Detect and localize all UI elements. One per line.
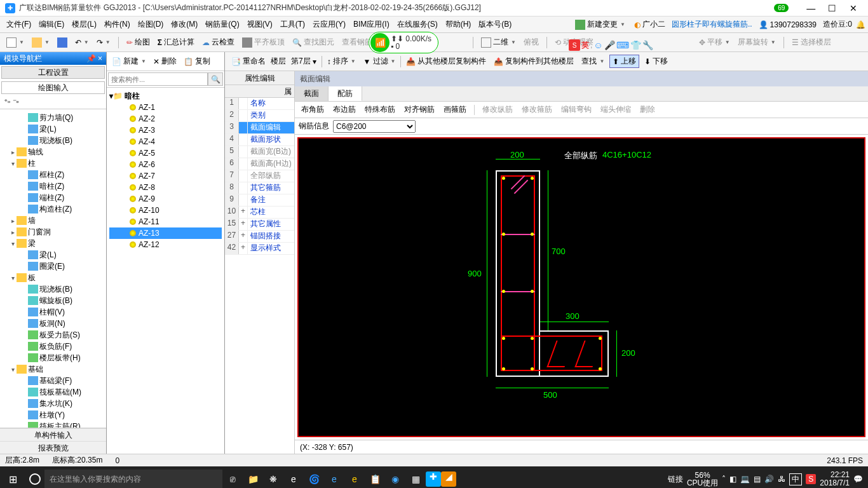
prop-row[interactable]: 15+其它属性 bbox=[225, 219, 294, 231]
menu-modify[interactable]: 修改(M) bbox=[167, 19, 201, 30]
menu-steel[interactable]: 钢筋量(Q) bbox=[201, 19, 243, 30]
menu-version[interactable]: 版本号(B) bbox=[475, 19, 515, 30]
ime-tool-icon[interactable]: 🔧 bbox=[642, 40, 653, 50]
taskbar-search[interactable]: 在这里输入你要搜索的内容 bbox=[44, 470, 222, 488]
maximize-button[interactable]: ☐ bbox=[823, 3, 842, 13]
comp-item[interactable]: AZ-9 bbox=[109, 193, 222, 205]
edge-icon[interactable]: e bbox=[283, 474, 304, 484]
prop-row[interactable]: 8其它箍筋 bbox=[225, 182, 294, 194]
tree-node[interactable]: 集水坑(K) bbox=[3, 398, 104, 409]
menu-cloud[interactable]: 云应用(Y) bbox=[309, 19, 349, 30]
folder-icon[interactable]: 📁 bbox=[243, 474, 263, 484]
bell-icon[interactable]: 🔔 bbox=[856, 20, 865, 29]
tray-sogou-icon[interactable]: S bbox=[806, 474, 816, 484]
ime-indicator[interactable]: S 英, ☺ 🎤 ⌨ 👕 🔧 bbox=[569, 39, 653, 51]
pan-button[interactable]: ✥平移▼ bbox=[696, 36, 733, 49]
comp-new-button[interactable]: 📄新建▼ bbox=[109, 55, 149, 68]
component-tree[interactable]: ▾ 📁 暗柱AZ-1AZ-2AZ-3AZ-4AZ-5AZ-6AZ-7AZ-8AZ… bbox=[107, 88, 224, 454]
comp-item[interactable]: AZ-11 bbox=[109, 216, 222, 227]
tree-node[interactable]: 板受力筋(S) bbox=[3, 329, 104, 341]
tree-node[interactable]: 板洞(N) bbox=[3, 318, 104, 329]
prop-row[interactable]: 3截面编辑 bbox=[225, 122, 294, 134]
uid-label[interactable]: 👤13907298339 bbox=[756, 19, 819, 30]
tree-node[interactable]: 筏板主筋(R) bbox=[3, 421, 104, 428]
draw-button[interactable]: ✏绘图 bbox=[124, 36, 153, 49]
tray-i2[interactable]: 💻 bbox=[740, 475, 750, 484]
comp-item[interactable]: AZ-3 bbox=[109, 125, 222, 136]
prop-row[interactable]: 6截面高(H边) bbox=[225, 158, 294, 170]
prop-row[interactable]: 2类别 bbox=[225, 110, 294, 122]
prop-row[interactable]: 9备注 bbox=[225, 194, 294, 207]
comp-item[interactable]: AZ-5 bbox=[109, 147, 222, 159]
tab-rebar[interactable]: 配筋 bbox=[329, 86, 362, 101]
tree-node[interactable]: 圈梁(E) bbox=[3, 261, 104, 272]
nav-tree[interactable]: 剪力墙(Q)梁(L)现浇板(B)▸轴线▾柱框柱(Z)暗柱(Z)端柱(Z)构造柱(… bbox=[0, 109, 106, 428]
tree-node[interactable]: 梁(L) bbox=[3, 249, 104, 261]
tree-node[interactable]: 暗柱(Z) bbox=[3, 180, 104, 192]
tree-node[interactable]: 现浇板(B) bbox=[3, 135, 104, 146]
comp-item[interactable]: AZ-10 bbox=[109, 205, 222, 216]
section-canvas[interactable]: 200 700 900 300 200 500 全部纵筋 4C16+10C12 bbox=[297, 137, 865, 437]
tray-net-icon[interactable]: 🖧 bbox=[778, 475, 785, 484]
tree-node[interactable]: ▸轴线 bbox=[3, 146, 104, 158]
rebar-tool-6[interactable]: 修改箍筋 bbox=[518, 103, 556, 116]
menu-file[interactable]: 文件(F) bbox=[3, 19, 35, 30]
flat-button[interactable]: 平齐板顶 bbox=[240, 36, 287, 49]
filter-button[interactable]: ▼过滤▼ bbox=[361, 55, 398, 68]
comp-item[interactable]: AZ-2 bbox=[109, 113, 222, 125]
menu-view[interactable]: 视图(V) bbox=[243, 19, 276, 30]
floor-dropdown[interactable]: 第7层 ▾ bbox=[288, 55, 319, 68]
help-link[interactable]: 圆形柱子即有螺旋箍筋.. bbox=[672, 19, 752, 30]
user-button[interactable]: ◐广小二 bbox=[632, 18, 668, 31]
rebar-tool-7[interactable]: 编辑弯钩 bbox=[557, 103, 595, 116]
tree-node[interactable]: 筏板基础(M) bbox=[3, 386, 104, 398]
tree-node[interactable]: 梁(L) bbox=[3, 123, 104, 135]
nav-tab-draw[interactable]: 绘图输入 bbox=[1, 81, 105, 94]
ime-keyboard-icon[interactable]: ⌨ bbox=[616, 40, 629, 50]
rebar-tool-2[interactable]: 特殊布筋 bbox=[361, 103, 399, 116]
select-floor-button[interactable]: ☰选择楼层 bbox=[789, 36, 834, 49]
2d-dropdown[interactable]: 二维▼ bbox=[478, 36, 519, 49]
save-file-button[interactable] bbox=[55, 36, 70, 49]
tree-node[interactable]: 剪力墙(Q) bbox=[3, 112, 104, 123]
app5-icon[interactable]: ◉ bbox=[385, 474, 405, 484]
rebar-tool-3[interactable]: 对齐钢筋 bbox=[400, 103, 438, 116]
tab-section[interactable]: 截面 bbox=[295, 86, 329, 101]
tree-node[interactable]: 构造柱(Z) bbox=[3, 203, 104, 215]
taskview-icon[interactable]: ⎚ bbox=[222, 474, 243, 484]
move-down-button[interactable]: ⬇下移 bbox=[642, 55, 670, 68]
tree-node[interactable]: 螺旋板(B) bbox=[3, 295, 104, 306]
tree-node[interactable]: 基础梁(F) bbox=[3, 375, 104, 386]
search-button[interactable]: 🔍 bbox=[208, 72, 223, 86]
app2-icon[interactable]: 🌀 bbox=[304, 474, 324, 484]
expand-icon[interactable]: ⁺▫ bbox=[4, 97, 10, 106]
menu-edit[interactable]: 编辑(E) bbox=[35, 19, 68, 30]
comp-item[interactable]: AZ-8 bbox=[109, 182, 222, 193]
rebar-info-select[interactable]: C6@200 bbox=[333, 120, 416, 133]
prop-row[interactable]: 42+显示样式 bbox=[225, 243, 294, 255]
copy-to-button[interactable]: 📤复制构件到其他楼层 bbox=[491, 55, 576, 68]
tree-node[interactable]: 柱帽(V) bbox=[3, 306, 104, 318]
sort-button[interactable]: ↕排序▼ bbox=[325, 55, 358, 68]
collapse-icon[interactable]: ⁻▫ bbox=[13, 97, 19, 106]
prop-row[interactable]: 5截面宽(B边) bbox=[225, 146, 294, 158]
tree-node[interactable]: 楼层板带(H) bbox=[3, 352, 104, 363]
find-img-button[interactable]: 🔍查找图元 bbox=[290, 36, 337, 49]
ime-skin-icon[interactable]: 👕 bbox=[630, 40, 641, 50]
tray-ime[interactable]: 中 bbox=[789, 473, 802, 485]
tree-node[interactable]: 板负筋(F) bbox=[3, 341, 104, 352]
app6-icon[interactable]: ▦ bbox=[405, 474, 426, 484]
new-file-button[interactable]: ▼ bbox=[4, 36, 27, 49]
tree-node[interactable]: ▾板 bbox=[3, 272, 104, 283]
nav-tab-project[interactable]: 工程设置 bbox=[1, 66, 105, 79]
comp-copy-button[interactable]: 📋复制 bbox=[181, 55, 213, 68]
app4-icon[interactable]: 📋 bbox=[365, 474, 385, 484]
prop-row[interactable]: 1名称 bbox=[225, 98, 294, 110]
tray-notif-icon[interactable]: 💬 bbox=[853, 475, 863, 484]
tray-i1[interactable]: ◧ bbox=[729, 475, 736, 484]
tray-up-icon[interactable]: ˄ bbox=[722, 475, 726, 484]
ime-mic-icon[interactable]: 🎤 bbox=[604, 40, 615, 50]
menu-online[interactable]: 在线服务(S) bbox=[393, 19, 442, 30]
comp-item[interactable]: AZ-13 bbox=[109, 227, 222, 239]
ime-smile-icon[interactable]: ☺ bbox=[593, 40, 602, 50]
